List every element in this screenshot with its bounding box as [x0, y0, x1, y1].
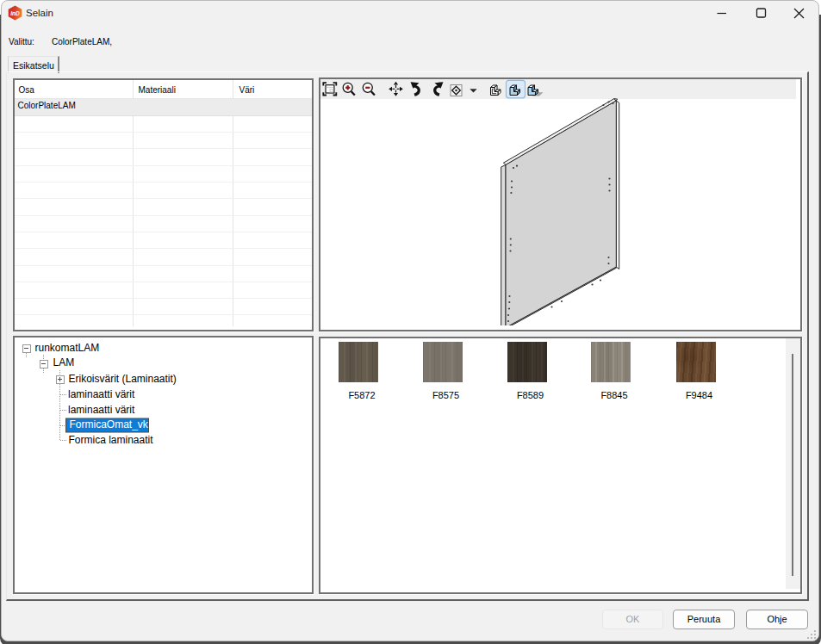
svg-text:InD: InD: [10, 10, 20, 16]
